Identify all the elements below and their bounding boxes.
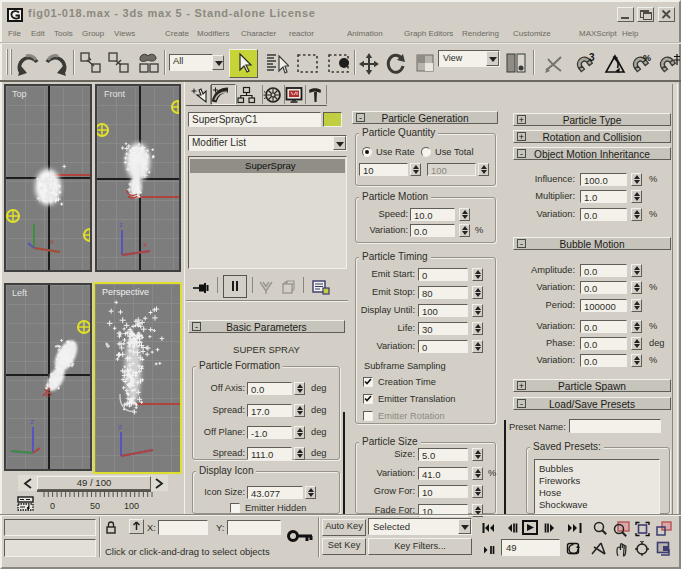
svg-text:z: z [118, 422, 122, 431]
svg-text:z: z [119, 220, 123, 229]
svg-text:x: x [45, 390, 49, 399]
svg-text:3: 3 [589, 52, 595, 63]
svg-text:z: z [30, 417, 34, 426]
svg-text:x: x [143, 240, 147, 249]
svg-text:%: % [643, 53, 651, 63]
svg-text:x: x [50, 237, 54, 246]
